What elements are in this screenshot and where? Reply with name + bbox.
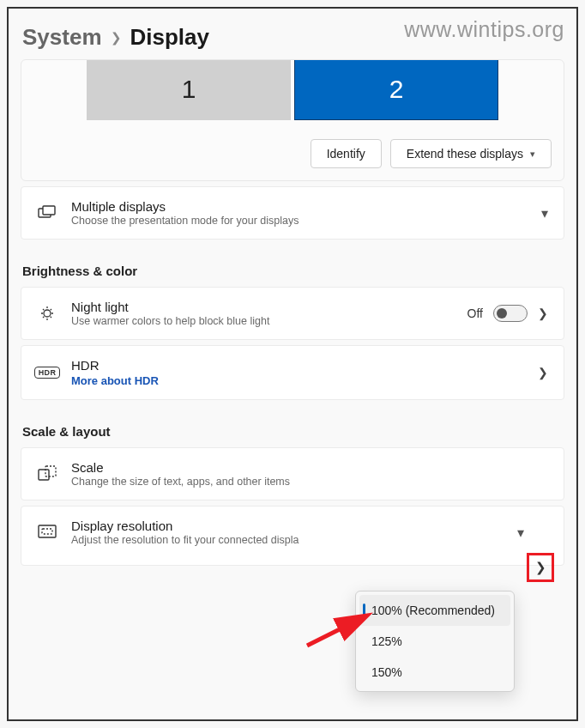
chevron-right-icon: ❯ — [538, 366, 548, 379]
multiple-displays-sub: Choose the presentation mode for your di… — [71, 215, 528, 227]
night-light-title: Night light — [71, 300, 454, 314]
scale-option-150[interactable]: 150% — [359, 657, 510, 688]
chevron-down-icon: ▾ — [541, 205, 548, 221]
hdr-title: HDR — [71, 358, 524, 373]
identify-button[interactable]: Identify — [311, 139, 382, 168]
scale-option-125[interactable]: 125% — [359, 626, 510, 657]
chevron-right-icon: ❯ — [538, 306, 548, 320]
breadcrumb-current: Display — [130, 24, 210, 51]
svg-rect-5 — [39, 525, 56, 537]
identify-label: Identify — [327, 147, 365, 161]
resolution-title: Display resolution — [71, 519, 504, 533]
multiple-displays-icon — [37, 205, 57, 221]
scale-option-100[interactable]: 100% (Recommended) — [359, 595, 510, 626]
night-light-icon — [37, 305, 57, 322]
brightness-color-heading: Brightness & color — [22, 264, 564, 278]
hdr-icon: HDR — [37, 367, 57, 379]
monitor-arrangement-panel: 1 2 Identify Extend these displays ▾ — [21, 59, 564, 181]
night-light-sub: Use warmer colors to help block blue lig… — [71, 315, 454, 327]
highlight-box: ❯ — [527, 553, 554, 582]
night-light-toggle[interactable] — [493, 305, 528, 322]
monitor-1[interactable]: 1 — [87, 60, 291, 120]
night-light-state: Off — [467, 306, 483, 320]
hdr-row[interactable]: HDR HDR More about HDR ❯ — [21, 345, 564, 400]
svg-rect-4 — [45, 466, 56, 476]
scale-sub: Change the size of text, apps, and other… — [71, 476, 329, 488]
scale-title: Scale — [71, 460, 363, 475]
chevron-down-icon: ▾ — [530, 149, 535, 160]
svg-rect-1 — [43, 206, 55, 215]
chevron-right-icon: ❯ — [111, 30, 122, 46]
chevron-down-icon: ▾ — [517, 525, 524, 541]
display-resolution-row[interactable]: Display resolution Adjust the resolution… — [21, 506, 564, 566]
resolution-icon — [37, 525, 57, 540]
svg-rect-6 — [42, 529, 52, 534]
multiple-displays-row[interactable]: Multiple displays Choose the presentatio… — [21, 186, 564, 240]
breadcrumb-parent[interactable]: System — [22, 24, 102, 51]
night-light-row[interactable]: Night light Use warmer colors to help bl… — [21, 287, 564, 340]
chevron-right-icon[interactable]: ❯ — [535, 560, 546, 575]
arrow-annotation — [302, 608, 379, 651]
extend-label: Extend these displays — [407, 147, 523, 161]
svg-rect-3 — [39, 470, 49, 480]
resolution-sub: Adjust the resolution to fit your connec… — [71, 534, 504, 546]
scale-icon — [37, 465, 57, 482]
scale-row[interactable]: Scale Change the size of text, apps, and… — [21, 447, 564, 500]
multiple-displays-title: Multiple displays — [71, 199, 528, 214]
svg-point-2 — [44, 310, 51, 317]
extend-displays-dropdown[interactable]: Extend these displays ▾ — [390, 139, 552, 168]
hdr-more-link[interactable]: More about HDR — [71, 374, 524, 387]
watermark-text: www.wintips.org — [404, 17, 564, 42]
svg-line-8 — [307, 616, 365, 646]
monitor-2-selected[interactable]: 2 — [294, 60, 498, 120]
scale-layout-heading: Scale & layout — [22, 424, 564, 439]
